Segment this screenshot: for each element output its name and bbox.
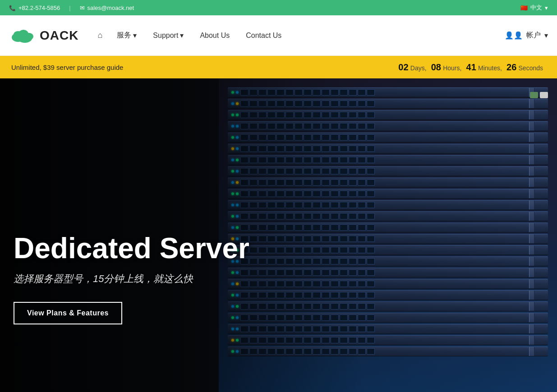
countdown-minutes-label: Minutes,: [478, 64, 502, 72]
navbar: OACK ⌂ 服务 ▾ Support ▾ About Us Contact U…: [0, 15, 557, 56]
nav-services-label: 服务: [117, 31, 131, 40]
logo-icon: [9, 27, 36, 44]
hero-content: Dedicated Server 选择服务器型号，15分钟上线，就这么快 Vie…: [14, 232, 249, 324]
nav-support-label: Support: [153, 32, 178, 40]
countdown-days-label: Days,: [410, 64, 427, 72]
phone-contact[interactable]: +82.2-574-5856: [9, 5, 60, 11]
logo-text: OACK: [40, 28, 78, 43]
chevron-down-icon: ▾: [133, 31, 137, 40]
home-button[interactable]: ⌂: [92, 27, 108, 44]
person-icon: 👤: [505, 31, 523, 40]
promo-text: Unlimited, $39 server purchase guide: [11, 64, 123, 71]
promo-banner: Unlimited, $39 server purchase guide 02 …: [0, 56, 557, 78]
hero-section: Dedicated Server 选择服务器型号，15分钟上线，就这么快 Vie…: [0, 78, 557, 392]
nav-support[interactable]: Support ▾: [146, 27, 191, 43]
chevron-down-icon: ▾: [544, 31, 548, 40]
email-contact[interactable]: sales@moack.net: [80, 5, 134, 11]
account-menu[interactable]: 👤 帐户 ▾: [505, 31, 548, 40]
language-switcher[interactable]: 🇨🇳 中文 ▾: [520, 4, 548, 12]
countdown-hours-num: 08: [431, 62, 441, 72]
nav-about[interactable]: About Us: [193, 28, 237, 43]
chevron-down-icon: ▾: [180, 31, 184, 40]
countdown-hours-label: Hours,: [443, 64, 461, 72]
slider-dot-1[interactable]: [530, 92, 538, 98]
nav-services[interactable]: 服务 ▾: [110, 27, 144, 44]
countdown-seconds-num: 26: [506, 62, 516, 72]
email-icon: [80, 5, 85, 11]
account-label: 帐户: [526, 31, 541, 40]
phone-number: +82.2-574-5856: [18, 5, 60, 11]
hero-title: Dedicated Server: [14, 232, 249, 264]
slider-dots: [530, 92, 548, 98]
svg-point-4: [24, 33, 33, 40]
nav-contact-label: Contact Us: [246, 32, 281, 40]
countdown-days-num: 02: [398, 62, 408, 72]
flag-icon: 🇨🇳: [520, 5, 528, 11]
top-bar-left: +82.2-574-5856 | sales@moack.net: [9, 5, 134, 11]
nav-about-label: About Us: [200, 32, 230, 40]
email-address: sales@moack.net: [87, 5, 134, 11]
top-bar: +82.2-574-5856 | sales@moack.net 🇨🇳 中文 ▾: [0, 0, 557, 15]
countdown: 02 Days, 08 Hours, 41 Minutes, 26 Second…: [398, 62, 546, 73]
view-plans-button[interactable]: View Plans & Features: [14, 302, 122, 324]
nav-links: ⌂ 服务 ▾ Support ▾ About Us Contact Us: [92, 27, 505, 44]
logo-area: OACK: [9, 27, 78, 44]
slider-dot-2[interactable]: [540, 92, 548, 98]
language-label: 中文: [530, 4, 542, 12]
divider: |: [69, 5, 70, 11]
countdown-minutes-num: 41: [466, 62, 476, 72]
chevron-down-icon: ▾: [545, 5, 548, 11]
hero-subtitle: 选择服务器型号，15分钟上线，就这么快: [14, 272, 249, 286]
nav-contact[interactable]: Contact Us: [239, 28, 289, 43]
countdown-seconds-label: Seconds: [519, 64, 543, 72]
phone-icon: [9, 5, 16, 11]
